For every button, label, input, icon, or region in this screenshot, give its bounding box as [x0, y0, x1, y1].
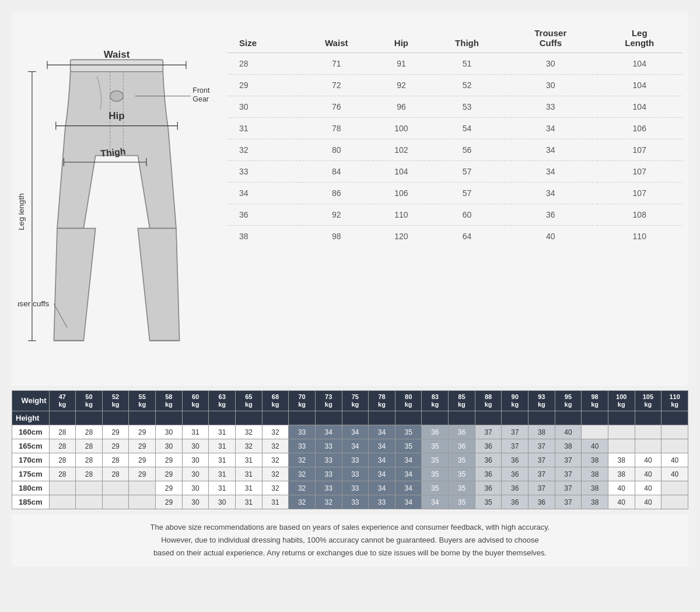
wh-cell: 28	[49, 425, 76, 439]
wh-table: Weight47kg50kg52kg55kg58kg60kg63kg65kg68…	[12, 390, 688, 509]
wh-cell: 38	[528, 425, 555, 439]
wh-cell	[129, 481, 156, 495]
size-table-cell: 107	[597, 139, 682, 161]
wh-cell: 37	[475, 425, 502, 439]
wh-cell: 34	[395, 481, 422, 495]
wh-cell: 32	[235, 425, 262, 439]
wh-cell: 34	[395, 453, 422, 467]
col-waist: Waist	[300, 23, 373, 53]
size-table-cell: 33	[505, 96, 596, 118]
wh-cell: 35	[449, 453, 475, 467]
size-table-cell: 60	[429, 204, 505, 226]
wh-cell	[102, 495, 129, 509]
wh-cell: 29	[129, 439, 156, 453]
col-hip: Hip	[373, 23, 429, 53]
wh-cell: 34	[369, 425, 396, 439]
wh-cell: 37	[528, 453, 555, 467]
wh-header-empty	[449, 411, 475, 425]
size-table-cell: 54	[429, 118, 505, 139]
svg-text:Trouser cuffs: Trouser cuffs	[18, 299, 50, 308]
wh-cell: 32	[289, 467, 316, 481]
weight-col-header: 95kg	[555, 390, 582, 411]
wh-cell	[662, 439, 688, 453]
wh-cell: 28	[102, 467, 129, 481]
size-table-cell: 104	[373, 161, 429, 183]
size-table-cell: 34	[505, 139, 596, 161]
weight-col-header: 50kg	[76, 390, 103, 411]
wh-cell: 40	[635, 481, 662, 495]
weight-col-header: 75kg	[342, 390, 369, 411]
wh-cell: 38	[582, 495, 608, 509]
wh-cell: 29	[129, 425, 156, 439]
wh-cell: 35	[475, 495, 502, 509]
height-row-label: 185cm	[12, 495, 50, 509]
wh-cell: 34	[369, 453, 396, 467]
wh-section: Weight47kg50kg52kg55kg58kg60kg63kg65kg68…	[12, 390, 688, 509]
wh-cell: 29	[156, 495, 183, 509]
wh-cell: 32	[289, 453, 316, 467]
size-table-cell: 104	[597, 96, 682, 118]
wh-cell: 34	[342, 439, 369, 453]
wh-cell: 28	[49, 467, 76, 481]
svg-text:Hip: Hip	[108, 110, 124, 121]
wh-cell: 29	[156, 467, 183, 481]
wh-cell: 37	[555, 495, 582, 509]
size-table-cell: 104	[597, 75, 682, 96]
size-table-cell: 98	[300, 226, 373, 247]
wh-cell: 40	[662, 453, 688, 467]
wh-cell: 29	[129, 453, 156, 467]
wh-cell: 31	[182, 425, 209, 439]
svg-text:Waist: Waist	[104, 49, 130, 60]
wh-cell: 30	[182, 439, 209, 453]
wh-cell: 28	[49, 439, 76, 453]
size-table-cell: 29	[228, 75, 300, 96]
height-row-label: 175cm	[12, 467, 50, 481]
wh-cell: 31	[235, 453, 262, 467]
weight-col-header: 110kg	[662, 390, 688, 411]
weight-col-header: 100kg	[608, 390, 635, 411]
wh-cell: 30	[209, 495, 236, 509]
size-table-cell: 36	[228, 204, 300, 226]
weight-col-header: 85kg	[449, 390, 475, 411]
wh-cell: 36	[502, 495, 528, 509]
wh-cell: 33	[315, 453, 342, 467]
wh-data-row: 170cm28282829293031313232333334343535363…	[12, 453, 688, 467]
col-trouser-cuffs: TrouserCuffs	[505, 23, 596, 53]
wh-cell: 32	[289, 481, 316, 495]
wh-cell: 30	[182, 495, 209, 509]
size-table-cell: 36	[505, 204, 596, 226]
wh-cell: 31	[262, 495, 289, 509]
size-table: Size Waist Hip Thigh TrouserCuffs LegLen…	[228, 23, 682, 247]
wh-cell: 36	[502, 453, 528, 467]
wh-cell: 36	[502, 481, 528, 495]
wh-header-empty	[555, 411, 582, 425]
wh-cell: 37	[555, 481, 582, 495]
size-table-cell: 34	[505, 118, 596, 139]
size-table-cell: 110	[597, 226, 682, 247]
size-table-cell: 34	[505, 161, 596, 183]
wh-header-empty	[235, 411, 262, 425]
height-row-label: 170cm	[12, 453, 50, 467]
wh-header-empty	[475, 411, 502, 425]
wh-cell: 29	[129, 467, 156, 481]
wh-cell: 32	[262, 439, 289, 453]
size-table-cell: 110	[373, 204, 429, 226]
wh-cell: 34	[369, 467, 396, 481]
weight-col-header: 83kg	[422, 390, 449, 411]
size-table-cell: 102	[373, 139, 429, 161]
size-table-cell: 92	[300, 204, 373, 226]
wh-cell: 40	[608, 495, 635, 509]
col-size: Size	[228, 23, 300, 53]
wh-cell: 31	[235, 467, 262, 481]
wh-cell: 38	[555, 439, 582, 453]
wh-cell: 35	[395, 439, 422, 453]
wh-cell: 33	[342, 495, 369, 509]
size-table-cell: 107	[597, 161, 682, 183]
wh-header-empty	[156, 411, 183, 425]
wh-cell: 35	[449, 481, 475, 495]
wh-cell: 40	[608, 481, 635, 495]
size-table-cell: 104	[597, 53, 682, 75]
wh-cell: 38	[608, 467, 635, 481]
weight-col-header: 90kg	[502, 390, 528, 411]
wh-cell: 31	[209, 481, 236, 495]
